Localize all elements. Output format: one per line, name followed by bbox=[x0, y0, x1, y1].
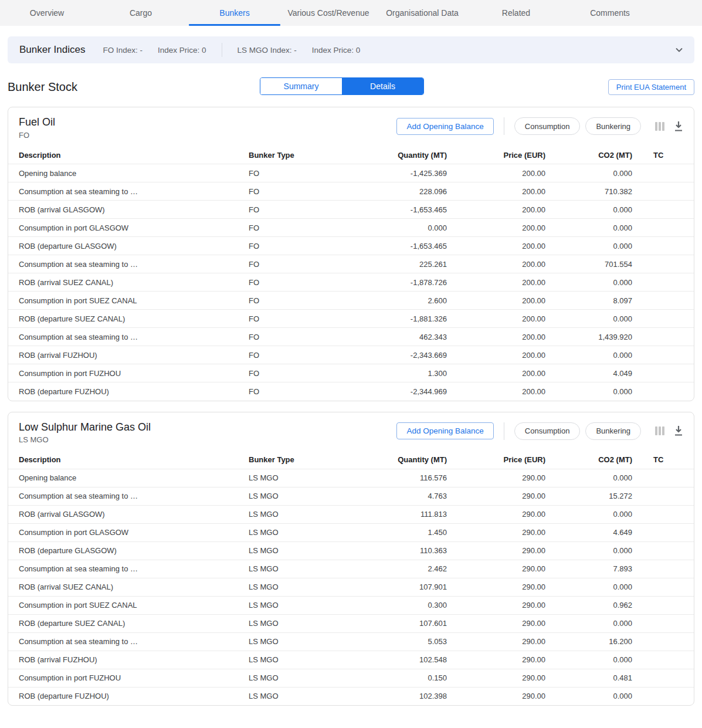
table-row[interactable]: ROB (arrival GLASGOW)FO-1,653.465200.000… bbox=[8, 201, 694, 219]
col-header-co2: CO2 (MT) bbox=[545, 147, 632, 164]
tab-various-cost-revenue[interactable]: Various Cost/Revenue bbox=[282, 0, 375, 26]
cell-tc bbox=[632, 164, 694, 182]
card-actions: Add Opening Balance Consumption Bunkerin… bbox=[396, 422, 683, 440]
table-row[interactable]: ROB (arrival GLASGOW)LS MGO111.813290.00… bbox=[8, 505, 694, 523]
chevron-down-icon[interactable] bbox=[674, 45, 684, 55]
table-row[interactable]: Consumption at sea steaming to …FO228.09… bbox=[8, 182, 694, 201]
cell-tc bbox=[632, 632, 694, 651]
cell-co2: 0.000 bbox=[545, 164, 632, 182]
cell-quantity: 462.343 bbox=[337, 328, 447, 346]
details-toggle-button[interactable]: Details bbox=[342, 78, 423, 94]
cell-co2: 7.893 bbox=[545, 560, 632, 578]
table-row[interactable]: Consumption in port SUEZ CANALLS MGO0.30… bbox=[8, 596, 694, 614]
col-header-price: Price (EUR) bbox=[447, 451, 545, 469]
cell-bunker-type: FO bbox=[249, 346, 337, 364]
cell-price: 200.00 bbox=[447, 273, 545, 292]
table-row[interactable]: Consumption at sea steaming to …LS MGO4.… bbox=[8, 487, 694, 505]
cell-quantity: -2,343.669 bbox=[337, 346, 447, 364]
tab-overview[interactable]: Overview bbox=[0, 0, 94, 26]
cell-bunker-type: FO bbox=[249, 328, 337, 346]
cell-bunker-type: FO bbox=[249, 219, 337, 237]
cell-tc bbox=[632, 614, 694, 632]
table-row[interactable]: ROB (arrival SUEZ CANAL)LS MGO107.901290… bbox=[8, 578, 694, 596]
cell-description: Consumption at sea steaming to … bbox=[8, 487, 249, 505]
table-row[interactable]: Consumption in port FUZHOULS MGO0.150290… bbox=[8, 669, 694, 687]
cell-tc bbox=[632, 310, 694, 328]
print-eua-statement-button[interactable]: Print EUA Statement bbox=[608, 79, 694, 95]
bunkering-button[interactable]: Bunkering bbox=[585, 422, 641, 440]
table-row[interactable]: ROB (arrival FUZHOU)LS MGO102.548290.000… bbox=[8, 651, 694, 669]
table-row[interactable]: Consumption in port FUZHOUFO1.300200.004… bbox=[8, 364, 694, 382]
cell-tc bbox=[632, 219, 694, 237]
cell-tc bbox=[632, 273, 694, 292]
cell-co2: 0.000 bbox=[545, 687, 632, 705]
page-title: Bunker Stock bbox=[8, 80, 77, 94]
cell-co2: 0.000 bbox=[545, 469, 632, 487]
cell-co2: 0.481 bbox=[545, 669, 632, 687]
cell-quantity: 4.763 bbox=[337, 487, 447, 505]
tab-cargo[interactable]: Cargo bbox=[94, 0, 188, 26]
cell-price: 290.00 bbox=[447, 651, 545, 669]
cell-quantity: -1,653.465 bbox=[337, 201, 447, 219]
bunker-stock-header: Bunker Stock Summary Details Print EUA S… bbox=[8, 77, 694, 96]
consumption-button[interactable]: Consumption bbox=[514, 422, 581, 440]
cell-tc bbox=[632, 382, 694, 401]
fo-index-price: Index Price: 0 bbox=[158, 46, 206, 55]
column-selector-icon[interactable] bbox=[655, 122, 665, 131]
table-row[interactable]: ROB (departure FUZHOU)FO-2,344.969200.00… bbox=[8, 382, 694, 401]
table-row[interactable]: Consumption in port GLASGOWLS MGO1.45029… bbox=[8, 523, 694, 541]
table-row[interactable]: Consumption at sea steaming to …FO462.34… bbox=[8, 328, 694, 346]
cell-description: ROB (departure FUZHOU) bbox=[8, 687, 249, 705]
tab-bunkers[interactable]: Bunkers bbox=[188, 0, 282, 26]
cell-co2: 1,439.920 bbox=[545, 328, 632, 346]
table-row[interactable]: Consumption at sea steaming to …LS MGO5.… bbox=[8, 632, 694, 651]
cell-bunker-type: LS MGO bbox=[249, 560, 337, 578]
cell-price: 290.00 bbox=[447, 505, 545, 523]
cell-bunker-type: FO bbox=[249, 382, 337, 401]
table-row[interactable]: ROB (departure GLASGOW)LS MGO110.363290.… bbox=[8, 541, 694, 560]
fuel-oil-table: Description Bunker Type Quantity (MT) Pr… bbox=[8, 147, 694, 401]
add-opening-balance-button[interactable]: Add Opening Balance bbox=[396, 118, 493, 135]
cell-tc bbox=[632, 687, 694, 705]
table-row[interactable]: Consumption at sea steaming to …FO225.26… bbox=[8, 255, 694, 273]
cell-co2: 0.000 bbox=[545, 201, 632, 219]
add-opening-balance-button[interactable]: Add Opening Balance bbox=[396, 422, 493, 439]
cell-bunker-type: LS MGO bbox=[249, 523, 337, 541]
table-row[interactable]: Opening balanceFO-1,425.369200.000.000 bbox=[8, 164, 694, 182]
cell-description: Consumption in port SUEZ CANAL bbox=[8, 596, 249, 614]
cell-co2: 0.000 bbox=[545, 578, 632, 596]
cell-description: ROB (arrival SUEZ CANAL) bbox=[8, 273, 249, 292]
table-row[interactable]: Opening balanceLS MGO116.576290.000.000 bbox=[8, 469, 694, 487]
tab-comments[interactable]: Comments bbox=[563, 0, 657, 26]
bunkering-button[interactable]: Bunkering bbox=[585, 117, 641, 135]
table-row[interactable]: Consumption at sea steaming to …LS MGO2.… bbox=[8, 560, 694, 578]
tab-organisational-data[interactable]: Organisational Data bbox=[375, 0, 469, 26]
table-row[interactable]: Consumption in port SUEZ CANALFO2.600200… bbox=[8, 292, 694, 310]
cell-bunker-type: FO bbox=[249, 273, 337, 292]
table-row[interactable]: ROB (departure GLASGOW)FO-1,653.465200.0… bbox=[8, 237, 694, 255]
cell-description: Consumption in port FUZHOU bbox=[8, 669, 249, 687]
cell-co2: 16.200 bbox=[545, 632, 632, 651]
table-row[interactable]: ROB (departure SUEZ CANAL)LS MGO107.6012… bbox=[8, 614, 694, 632]
download-icon[interactable] bbox=[674, 121, 683, 131]
table-row[interactable]: ROB (arrival SUEZ CANAL)FO-1,878.726200.… bbox=[8, 273, 694, 292]
cell-quantity: 107.901 bbox=[337, 578, 447, 596]
table-row[interactable]: ROB (departure FUZHOU)LS MGO102.398290.0… bbox=[8, 687, 694, 705]
download-icon[interactable] bbox=[674, 426, 683, 436]
cell-quantity: 225.261 bbox=[337, 255, 447, 273]
table-row[interactable]: Consumption in port GLASGOWFO0.000200.00… bbox=[8, 219, 694, 237]
cell-bunker-type: LS MGO bbox=[249, 614, 337, 632]
cell-description: Consumption in port SUEZ CANAL bbox=[8, 292, 249, 310]
cell-bunker-type: LS MGO bbox=[249, 687, 337, 705]
table-header-row: Description Bunker Type Quantity (MT) Pr… bbox=[8, 451, 694, 469]
cell-co2: 710.382 bbox=[545, 182, 632, 201]
tab-related[interactable]: Related bbox=[469, 0, 563, 26]
table-row[interactable]: ROB (arrival FUZHOU)FO-2,343.669200.000.… bbox=[8, 346, 694, 364]
cell-bunker-type: FO bbox=[249, 237, 337, 255]
table-row[interactable]: ROB (departure SUEZ CANAL)FO-1,881.32620… bbox=[8, 310, 694, 328]
cell-bunker-type: LS MGO bbox=[249, 578, 337, 596]
consumption-button[interactable]: Consumption bbox=[514, 117, 581, 135]
cell-quantity: 116.576 bbox=[337, 469, 447, 487]
column-selector-icon[interactable] bbox=[655, 426, 665, 435]
summary-toggle-button[interactable]: Summary bbox=[260, 78, 342, 94]
